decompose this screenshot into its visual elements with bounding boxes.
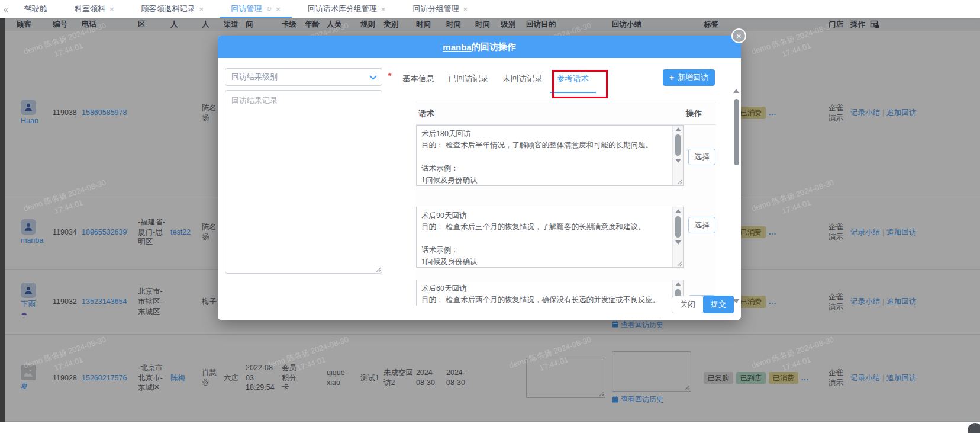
modal-scrollbar[interactable]	[733, 89, 740, 303]
plus-icon: +	[669, 73, 674, 82]
scrollbar[interactable]	[672, 207, 683, 267]
select-script-button[interactable]: 选择	[688, 149, 715, 165]
scroll-up-icon[interactable]	[675, 209, 681, 213]
refresh-icon[interactable]: ↻	[266, 5, 272, 13]
close-icon[interactable]: ×	[199, 5, 204, 14]
modal-close-icon[interactable]: ×	[731, 28, 746, 43]
modal-title: manba的回访操作	[218, 36, 741, 58]
resize-grip-icon[interactable]	[677, 261, 682, 267]
scrollbar[interactable]	[672, 126, 683, 185]
tab-customer-material-record[interactable]: 顾客领退料记录×	[128, 0, 218, 18]
scroll-down-icon[interactable]	[675, 240, 681, 245]
close-button[interactable]: 关闭	[672, 296, 704, 313]
script-item-textarea[interactable]: 术后180天回访 目的： 检查术后半年情况，了解顾客的整体满意度和可能的长期问题…	[416, 125, 684, 186]
required-mark: *	[388, 71, 391, 81]
collapse-sidebar-icon[interactable]: «	[1, 4, 11, 14]
close-icon[interactable]: ×	[463, 5, 468, 14]
action-column-header: 操作	[686, 108, 702, 119]
customer-name-link[interactable]: manba	[443, 42, 471, 52]
floating-action-button[interactable]	[968, 423, 980, 433]
scroll-down-icon[interactable]	[675, 159, 681, 163]
tab-followup-group-management[interactable]: 回访分组管理×	[399, 0, 481, 18]
tab-script-group-management[interactable]: 回访话术库分组管理×	[294, 0, 399, 18]
tab-unvisited-records[interactable]: 未回访记录	[503, 73, 543, 84]
script-panel: 话术 操作 术后180天回访 目的： 检查术后半年情况，了解顾客的整体满意度和可…	[416, 102, 716, 320]
add-followup-button[interactable]: + 新增回访	[663, 69, 715, 86]
close-icon[interactable]: ×	[109, 5, 114, 14]
tab-bar: « 驾驶舱 科室领料× 顾客领退料记录× 回访管理↻× 回访话术库分组管理× 回…	[0, 0, 980, 18]
script-column-header: 话术	[418, 108, 434, 119]
scroll-thumb[interactable]	[734, 99, 739, 165]
resize-grip-icon[interactable]	[376, 267, 381, 272]
scroll-up-icon[interactable]	[675, 127, 681, 131]
close-icon[interactable]: ×	[276, 5, 281, 14]
tab-followup-management[interactable]: 回访管理↻×	[217, 0, 294, 18]
tab-dept-material[interactable]: 科室领料×	[61, 0, 128, 18]
chevron-down-icon	[369, 72, 377, 80]
scroll-thumb[interactable]	[675, 134, 681, 156]
modal-footer	[218, 306, 741, 320]
select-script-button[interactable]: 选择	[688, 217, 715, 233]
followup-modal: manba的回访操作 demo 陈名扬 2024-08-3017:44:01de…	[218, 36, 741, 320]
highlight-annotation	[552, 70, 608, 98]
resize-grip-icon[interactable]	[677, 179, 682, 185]
script-item-textarea[interactable]: 术后90天回访 目的： 检查术后三个月的恢复情况，了解顾客的长期满意度和建议。 …	[416, 207, 684, 268]
scroll-down-icon[interactable]	[733, 299, 739, 303]
scroll-up-icon[interactable]	[733, 89, 739, 93]
scroll-thumb[interactable]	[675, 216, 681, 238]
tab-dashboard[interactable]: 驾驶舱	[11, 0, 61, 18]
tab-basic-info[interactable]: 基本信息	[402, 73, 434, 84]
result-record-textarea[interactable]: 回访结果记录	[225, 90, 382, 274]
result-level-select[interactable]: 回访结果级别	[225, 68, 382, 86]
tab-visited-records[interactable]: 已回访记录	[449, 73, 489, 84]
bottom-strip	[0, 422, 980, 433]
close-icon[interactable]: ×	[381, 5, 386, 14]
submit-button[interactable]: 提交	[703, 296, 734, 313]
scroll-up-icon[interactable]	[675, 282, 681, 286]
